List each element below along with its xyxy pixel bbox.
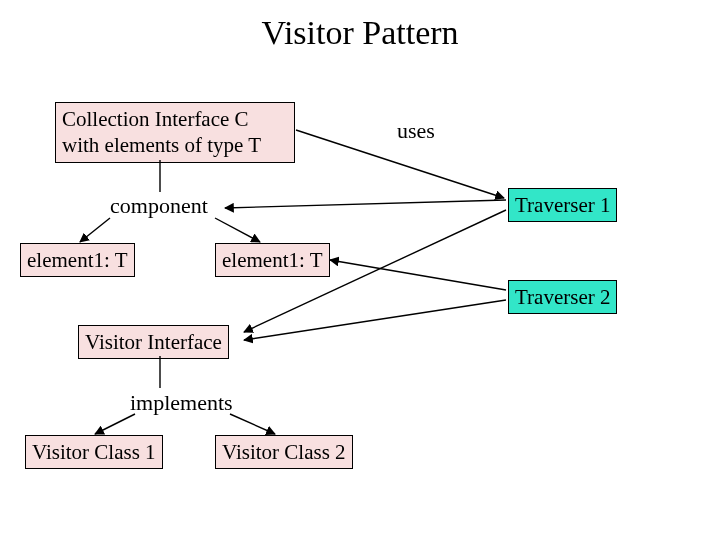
component-label: component xyxy=(110,193,208,219)
visitor-class-2-box: Visitor Class 2 xyxy=(215,435,353,469)
element2-box: element1: T xyxy=(215,243,330,277)
svg-line-9 xyxy=(95,414,135,434)
collection-line2: with elements of type T xyxy=(62,132,288,158)
traverser-2-box: Traverser 2 xyxy=(508,280,617,314)
diagram-title: Visitor Pattern xyxy=(0,14,720,52)
implements-label: implements xyxy=(130,390,233,416)
uses-label: uses xyxy=(397,118,435,144)
svg-line-3 xyxy=(215,218,260,242)
svg-line-7 xyxy=(244,300,506,340)
collection-interface-box: Collection Interface C with elements of … xyxy=(55,102,295,163)
svg-line-6 xyxy=(330,260,506,290)
svg-line-4 xyxy=(225,200,506,208)
visitor-class-1-box: Visitor Class 1 xyxy=(25,435,163,469)
element1-box: element1: T xyxy=(20,243,135,277)
visitor-interface-box: Visitor Interface xyxy=(78,325,229,359)
collection-line1: Collection Interface C xyxy=(62,106,288,132)
traverser-1-box: Traverser 1 xyxy=(508,188,617,222)
svg-line-10 xyxy=(230,414,275,434)
svg-line-2 xyxy=(80,218,110,242)
